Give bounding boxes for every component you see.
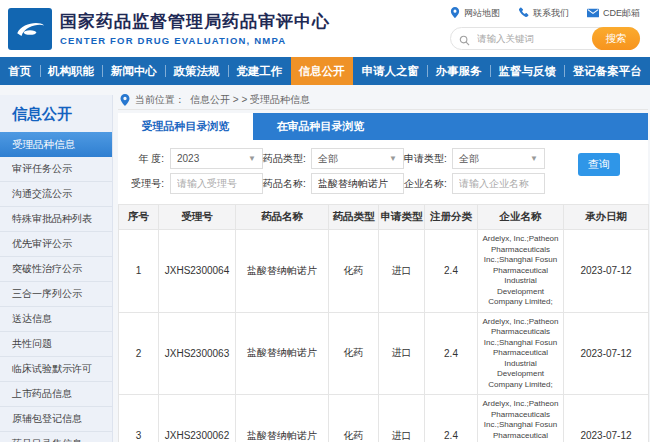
search-icon xyxy=(459,32,470,50)
year-label: 年 度: xyxy=(126,152,164,166)
apply-type-select[interactable]: 全部 ▼ xyxy=(452,148,545,169)
cde-logo-icon xyxy=(8,8,52,50)
nav-item-申请人之窗[interactable]: 申请人之窗 xyxy=(353,57,427,85)
table-cell: 2023-07-12 xyxy=(564,230,649,313)
quick-link-label: 联系我们 xyxy=(533,7,569,20)
company-name-label: 企业名称: xyxy=(404,177,446,191)
nav-item-新闻中心[interactable]: 新闻中心 xyxy=(102,57,165,85)
site-header: 国家药品监督管理局药品审评中心 CENTER FOR DRUG EVALUATI… xyxy=(0,0,650,57)
column-header-受理号: 受理号 xyxy=(159,205,236,230)
table-row[interactable]: 3JXHS2300062盐酸替纳帕诺片化药进口2.4Ardelyx, Inc.;… xyxy=(119,395,649,442)
filter-form: 年 度: 2023 ▼ 药品类型: 全部 ▼ 申请类型: 全部 xyxy=(118,140,648,204)
drug-name-label: 药品名称: xyxy=(263,177,305,191)
sidebar-item-受理品种信息[interactable]: 受理品种信息 xyxy=(0,132,112,157)
table-cell: Ardelyx, Inc.;Patheon Pharmaceuticals In… xyxy=(478,395,564,442)
chevron-down-icon: ▼ xyxy=(248,154,256,163)
filter-row-2: 受理号: 药品名称: 企业名称: xyxy=(126,173,648,194)
quick-link-CDE邮箱[interactable]: CDE邮箱 xyxy=(587,7,640,20)
column-header-企业名称: 企业名称 xyxy=(478,205,564,230)
nav-item-机构职能[interactable]: 机构职能 xyxy=(40,57,103,85)
year-select[interactable]: 2023 ▼ xyxy=(170,148,263,169)
company-name-field xyxy=(452,173,545,194)
site-subtitle: CENTER FOR DRUG EVALUATION, NMPA xyxy=(60,35,330,46)
nav-item-首页[interactable]: 首页 xyxy=(0,57,40,85)
sidebar-item-原辅包登记信息[interactable]: 原辅包登记信息 xyxy=(0,407,112,432)
nav-item-政策法规[interactable]: 政策法规 xyxy=(165,57,228,85)
sidebar-item-共性问题[interactable]: 共性问题 xyxy=(0,332,112,357)
company-name-input[interactable] xyxy=(459,178,538,189)
table-cell: Ardelyx, Inc.;Patheon Pharmaceuticals In… xyxy=(478,312,564,395)
drug-type-select[interactable]: 全部 ▼ xyxy=(311,148,404,169)
nav-item-登记备案平台[interactable]: 登记备案平台 xyxy=(564,57,650,85)
table-cell: JXHS2300064 xyxy=(159,230,236,313)
quick-links: 网站地图联系我们CDE邮箱 xyxy=(450,7,640,20)
logo-swoosh-icon xyxy=(12,12,48,46)
table-body: 1JXHS2300064盐酸替纳帕诺片化药进口2.4Ardelyx, Inc.;… xyxy=(119,230,649,442)
sidebar-item-上市药品信息[interactable]: 上市药品信息 xyxy=(0,382,112,407)
sidebar: 信息公开 受理品种信息审评任务公示沟通交流公示特殊审批品种列表优先审评公示突破性… xyxy=(0,95,113,442)
sidebar-item-三合一序列公示[interactable]: 三合一序列公示 xyxy=(0,282,112,307)
sidebar-item-沟通交流公示[interactable]: 沟通交流公示 xyxy=(0,182,112,207)
sidebar-item-特殊审批品种列表[interactable]: 特殊审批品种列表 xyxy=(0,207,112,232)
sidebar-item-优先审评公示[interactable]: 优先审评公示 xyxy=(0,232,112,257)
acceptance-no-label: 受理号: xyxy=(126,177,164,191)
acceptance-no-field xyxy=(170,173,263,194)
content-area: 信息公开 受理品种信息审评任务公示沟通交流公示特殊审批品种列表优先审评公示突破性… xyxy=(0,85,650,442)
year-select-value: 2023 xyxy=(177,153,199,164)
column-header-序号: 序号 xyxy=(119,205,159,230)
table-row[interactable]: 2JXHS2300063盐酸替纳帕诺片化药进口2.4Ardelyx, Inc.;… xyxy=(119,312,649,395)
sidebar-item-临床试验默示许可[interactable]: 临床试验默示许可 xyxy=(0,357,112,382)
sidebar-item-送达信息[interactable]: 送达信息 xyxy=(0,307,112,332)
header-search: 搜索 xyxy=(450,27,640,50)
quick-link-网站地图[interactable]: 网站地图 xyxy=(450,7,500,20)
acceptance-no-input[interactable] xyxy=(177,178,256,189)
brand: 国家药品监督管理局药品审评中心 CENTER FOR DRUG EVALUATI… xyxy=(8,8,330,50)
table-cell: 盐酸替纳帕诺片 xyxy=(236,230,329,313)
search-button[interactable]: 搜索 xyxy=(592,27,640,50)
nav-item-监督与反馈[interactable]: 监督与反馈 xyxy=(490,57,564,85)
main-panel: 当前位置：信息公开 > > 受理品种信息 受理品种目录浏览在审品种目录浏览 年 … xyxy=(118,90,648,442)
apply-type-label: 申请类型: xyxy=(404,152,446,166)
tab-bar: 受理品种目录浏览在审品种目录浏览 xyxy=(118,113,648,140)
table-cell: 进口 xyxy=(379,230,425,313)
table-cell: 2.4 xyxy=(425,395,478,442)
table-cell: 进口 xyxy=(379,395,425,442)
table-cell: 盐酸替纳帕诺片 xyxy=(236,312,329,395)
query-button[interactable]: 查询 xyxy=(578,153,620,176)
sidebar-item-药品目录集信息[interactable]: 药品目录集信息 xyxy=(0,432,112,442)
table-cell: JXHS2300063 xyxy=(159,312,236,395)
sidebar-items: 受理品种信息审评任务公示沟通交流公示特殊审批品种列表优先审评公示突破性治疗公示三… xyxy=(0,132,112,442)
nav-item-信息公开[interactable]: 信息公开 xyxy=(291,57,354,85)
table-cell: 3 xyxy=(119,395,159,442)
column-header-药品类型: 药品类型 xyxy=(329,205,379,230)
tab-受理品种目录浏览[interactable]: 受理品种目录浏览 xyxy=(118,113,253,140)
brand-text: 国家药品监督管理局药品审评中心 CENTER FOR DRUG EVALUATI… xyxy=(60,11,330,45)
table-cell: 2 xyxy=(119,312,159,395)
table-cell: 1 xyxy=(119,230,159,313)
phone-icon xyxy=(518,7,529,20)
page: 国家药品监督管理局药品审评中心 CENTER FOR DRUG EVALUATI… xyxy=(0,0,650,442)
table-cell: 2023-07-12 xyxy=(564,395,649,442)
breadcrumb-prefix: 当前位置： xyxy=(135,93,185,107)
nav-item-党建工作[interactable]: 党建工作 xyxy=(228,57,291,85)
column-header-药品名称: 药品名称 xyxy=(236,205,329,230)
drug-type-select-value: 全部 xyxy=(318,152,338,166)
table-head: 序号受理号药品名称药品类型申请类型注册分类企业名称承办日期 xyxy=(119,205,649,230)
drug-name-input[interactable] xyxy=(318,178,397,189)
header-right: 网站地图联系我们CDE邮箱 搜索 xyxy=(450,7,640,50)
pin-icon xyxy=(450,7,460,20)
table-header-row: 序号受理号药品名称药品类型申请类型注册分类企业名称承办日期 xyxy=(119,205,649,230)
table-row[interactable]: 1JXHS2300064盐酸替纳帕诺片化药进口2.4Ardelyx, Inc.;… xyxy=(119,230,649,313)
sidebar-item-突破性治疗公示[interactable]: 突破性治疗公示 xyxy=(0,257,112,282)
column-header-申请类型: 申请类型 xyxy=(379,205,425,230)
table-cell: 2023-07-12 xyxy=(564,312,649,395)
table-cell: 2.4 xyxy=(425,230,478,313)
breadcrumb-path: 信息公开 > > 受理品种信息 xyxy=(190,93,310,107)
nav-item-办事服务[interactable]: 办事服务 xyxy=(427,57,490,85)
table-cell: 化药 xyxy=(329,230,379,313)
tab-在审品种目录浏览[interactable]: 在审品种目录浏览 xyxy=(253,113,388,140)
sidebar-item-审评任务公示[interactable]: 审评任务公示 xyxy=(0,157,112,182)
mail-icon xyxy=(587,8,599,20)
quick-link-label: 网站地图 xyxy=(464,7,500,20)
quick-link-联系我们[interactable]: 联系我们 xyxy=(518,7,569,20)
